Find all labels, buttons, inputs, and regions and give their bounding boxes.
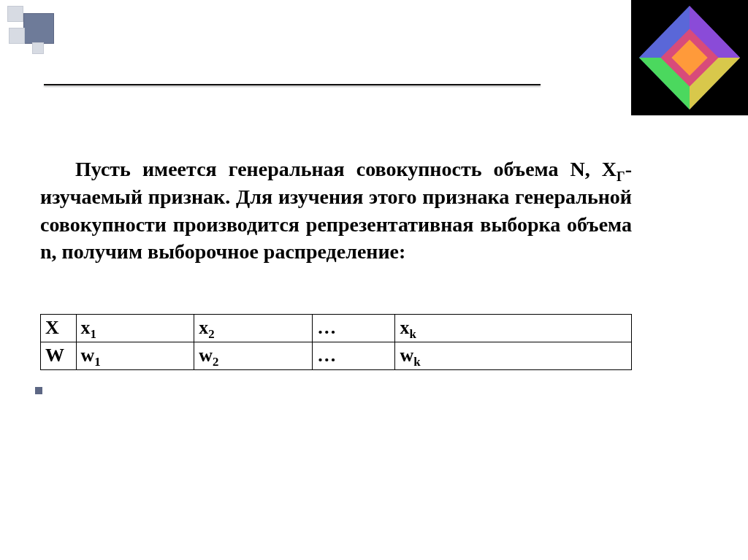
square-icon [32,42,44,54]
table-cell: … [313,342,395,370]
cell-sub: k [413,355,420,369]
paragraph-subscript: Г [617,169,625,184]
cell-text: w [400,345,413,366]
fractal-image [631,0,748,115]
cell-text: X [45,317,59,338]
table-row: W w1 w2 … wk [41,342,632,370]
slide: Пусть имеется генеральная совокупность о… [0,0,748,560]
cell-sub: 2 [208,327,214,341]
table-cell: … [313,315,395,342]
cell-text: … [317,345,336,366]
table-cell: X [41,315,77,342]
cell-sub: k [409,327,416,341]
table-cell: wk [395,342,632,370]
cell-text: x [400,317,409,338]
table-cell: w2 [194,342,313,370]
cell-sub: 1 [91,327,96,341]
table-row: X x1 x2 … xk [41,315,632,342]
cell-text: W [45,345,64,366]
table-cell: W [41,342,77,370]
table-cell: x2 [194,315,313,342]
square-icon [23,13,54,44]
body-paragraph: Пусть имеется генеральная совокупность о… [40,156,632,266]
paragraph-text: Пусть имеется генеральная совокупность о… [75,158,617,180]
corner-decoration [7,6,66,50]
cell-text: w [81,345,95,366]
cell-sub: 1 [94,355,100,369]
bullet-icon [35,387,42,394]
cell-text: … [317,317,336,338]
cell-text: x [81,317,91,338]
table-cell: x1 [76,315,194,342]
horizontal-rule [44,84,541,85]
cell-text: w [199,345,213,366]
table-cell: w1 [76,342,194,370]
distribution-table: X x1 x2 … xk W w1 w2 … wk [40,314,632,370]
square-icon [7,6,23,22]
cell-sub: 2 [213,355,218,369]
table-cell: xk [395,315,632,342]
cell-text: x [199,317,208,338]
square-icon [9,28,25,44]
